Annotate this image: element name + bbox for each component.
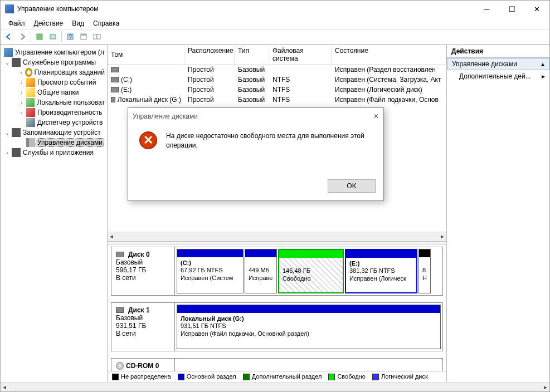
content-area: Управление компьютером (л ⌄Служебные про…	[1, 45, 549, 382]
forward-button[interactable]	[16, 31, 28, 43]
main-panel: Том Расположение Тип Файловая система Со…	[108, 45, 447, 382]
volume-table: Том Расположение Тип Файловая система Со…	[108, 45, 446, 105]
tree-devices[interactable]: Диспетчер устройств	[2, 117, 106, 128]
volume-header: Том Расположение Тип Файловая система Со…	[108, 45, 446, 65]
actions-panel: Действия Управление дисками▴ Дополнитель…	[447, 45, 549, 382]
tree-system-tools[interactable]: ⌄Служебные программы	[2, 57, 106, 67]
device-icon	[26, 118, 35, 127]
toolbar-btn-1[interactable]	[33, 31, 46, 43]
svg-rect-0	[37, 34, 42, 40]
svg-text:?: ?	[69, 34, 72, 40]
events-icon	[26, 78, 35, 87]
graphical-view: Диск 0 Базовый 596,17 ГБ В сети (C:)67,9…	[108, 244, 446, 371]
actions-section[interactable]: Управление дисками▴	[447, 58, 549, 70]
tree-scheduler[interactable]: ›Планировщик заданий	[2, 67, 106, 77]
help-button[interactable]: ?	[64, 31, 76, 43]
storage-icon	[12, 128, 21, 137]
volume-row[interactable]: Локальный диск (G:) ПростойБазовыйNTFSИс…	[108, 95, 446, 105]
partition-c[interactable]: (C:)67,92 ГБ NTFSИсправен (Систем	[177, 249, 244, 293]
legend: Не распределена Основной раздел Дополнит…	[108, 371, 446, 382]
volume-icon	[111, 97, 115, 102]
computer-icon	[4, 48, 13, 57]
clock-icon	[25, 68, 32, 77]
ok-button[interactable]: OK	[328, 179, 376, 193]
tree-storage[interactable]: ⌄Запоминающие устройст	[2, 128, 106, 138]
collapse-icon: ▴	[541, 60, 544, 68]
col-loc[interactable]: Расположение	[184, 45, 235, 64]
menubar: Файл Действие Вид Справка	[1, 17, 549, 30]
users-icon	[26, 98, 35, 107]
disk-icon	[26, 138, 35, 147]
window-hscroll[interactable]: ◄►	[1, 382, 549, 391]
svg-rect-6	[94, 35, 97, 39]
tree-disk-mgmt[interactable]: Управление дисками	[2, 138, 106, 148]
toolbar-btn-2[interactable]	[77, 31, 90, 43]
partition-small[interactable]: 8Н	[418, 249, 431, 293]
disk-icon	[116, 307, 124, 313]
svg-rect-5	[81, 34, 86, 36]
tree-perf[interactable]: ›Производительность	[2, 107, 106, 117]
maximize-button[interactable]: ☐	[499, 1, 524, 17]
col-tom[interactable]: Том	[108, 45, 184, 64]
legend-unalloc: Не распределена	[121, 373, 171, 380]
disk-info-0[interactable]: Диск 0 Базовый 596,17 ГБ В сети	[111, 247, 175, 295]
services-icon	[12, 148, 21, 157]
volume-icon	[111, 77, 119, 82]
partition-free[interactable]: 146,48 ГБСвободно	[278, 249, 344, 293]
app-icon	[5, 4, 14, 13]
svg-rect-1	[50, 35, 56, 39]
arrow-right-icon: ▸	[542, 72, 545, 80]
close-button[interactable]: ✕	[524, 1, 549, 17]
main-window: Управление компьютером ─ ☐ ✕ Файл Действ…	[0, 0, 550, 392]
menu-view[interactable]: Вид	[67, 18, 89, 28]
volume-row[interactable]: (C:) ПростойБазовыйNTFSИсправен (Система…	[108, 75, 446, 85]
disk-row-0: Диск 0 Базовый 596,17 ГБ В сети (C:)67,9…	[111, 247, 443, 296]
col-type[interactable]: Тип	[235, 45, 269, 64]
partition-g[interactable]: Локальный диск (G:)931,51 ГБ NTFSИсправе…	[177, 305, 441, 349]
menu-help[interactable]: Справка	[89, 18, 124, 28]
window-title: Управление компьютером	[17, 5, 98, 13]
actions-header: Действия	[447, 45, 549, 58]
disk-info-cd[interactable]: CD-ROM 0 DVD (F:) Нет носителя	[111, 359, 175, 371]
perf-icon	[26, 108, 35, 117]
menu-action[interactable]: Действие	[30, 18, 68, 28]
minimize-button[interactable]: ─	[474, 1, 499, 17]
error-dialog: Управление дисками ✕ ✕ На диске недостат…	[128, 107, 384, 201]
partition-recovery[interactable]: 449 МБИсправе	[245, 249, 277, 293]
cd-icon	[116, 362, 124, 370]
legend-primary: Основной раздел	[187, 373, 236, 380]
error-icon: ✕	[139, 131, 157, 149]
tree-shared[interactable]: ›Общие папки	[2, 87, 106, 97]
folder-icon	[26, 88, 35, 97]
menu-file[interactable]: Файл	[4, 18, 30, 28]
tree-users[interactable]: ›Локальные пользоват	[2, 97, 106, 107]
disk-row-cd: CD-ROM 0 DVD (F:) Нет носителя	[111, 358, 443, 371]
volume-icon	[111, 67, 119, 72]
refresh-button[interactable]	[47, 31, 59, 43]
back-button[interactable]	[3, 31, 15, 43]
dialog-message: На диске недостаточно свободного места д…	[166, 131, 372, 150]
legend-ext: Дополнительный раздел	[252, 373, 322, 380]
dialog-title: Управление дисками	[133, 112, 198, 120]
tree-root[interactable]: Управление компьютером (л	[2, 47, 106, 57]
tree-panel: Управление компьютером (л ⌄Служебные про…	[1, 45, 108, 382]
toolbar: ?	[1, 30, 549, 45]
legend-logical: Логический диск	[381, 373, 428, 380]
svg-rect-7	[97, 35, 100, 39]
toolbar-btn-3[interactable]	[91, 31, 103, 43]
col-state[interactable]: Состояние	[332, 45, 446, 64]
col-fs[interactable]: Файловая система	[269, 45, 332, 64]
table-hscroll[interactable]: ◄►	[108, 232, 446, 241]
disk-icon	[116, 252, 124, 257]
dialog-close-button[interactable]: ✕	[373, 112, 379, 120]
partition-e[interactable]: (E:)381,32 ГБ NTFSИсправен (Логическ	[345, 249, 417, 293]
actions-more[interactable]: Дополнительные дей...▸	[447, 70, 549, 82]
disk-row-1: Диск 1 Базовый 931,51 ГБ В сети Локальны…	[111, 302, 443, 351]
disk-info-1[interactable]: Диск 1 Базовый 931,51 ГБ В сети	[111, 303, 175, 351]
tools-icon	[12, 58, 21, 67]
volume-row[interactable]: (E:) ПростойБазовыйNTFSИсправен (Логичес…	[108, 85, 446, 95]
volume-row[interactable]: ПростойБазовыйИсправен (Раздел восстанов…	[108, 65, 446, 75]
tree-events[interactable]: ›Просмотр событий	[2, 77, 106, 87]
titlebar: Управление компьютером ─ ☐ ✕	[1, 1, 549, 17]
tree-services[interactable]: ›Службы и приложения	[2, 148, 106, 158]
